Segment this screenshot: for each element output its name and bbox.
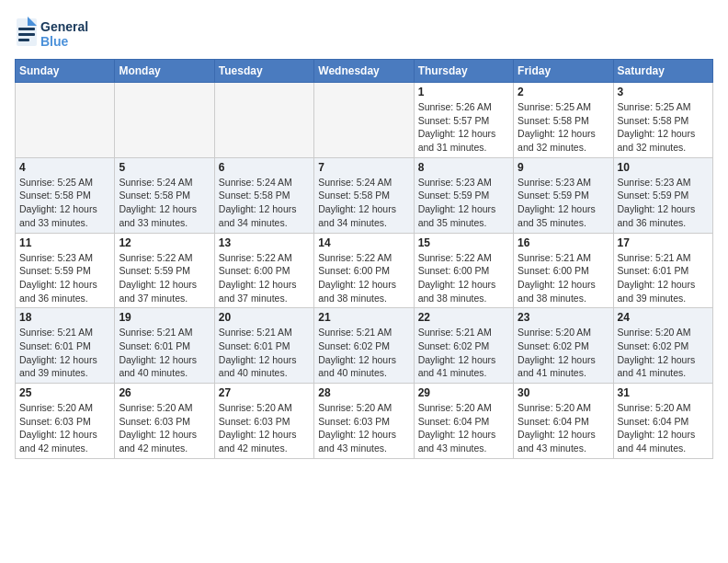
calendar-cell: 26Sunrise: 5:20 AMSunset: 6:03 PMDayligh… [115, 384, 214, 459]
day-number: 25 [19, 386, 110, 399]
weekday-header-tuesday: Tuesday [214, 60, 313, 83]
day-number: 21 [318, 311, 409, 324]
day-info: Sunrise: 5:21 AMSunset: 6:01 PMDaylight:… [618, 251, 709, 305]
day-info: Sunrise: 5:21 AMSunset: 6:02 PMDaylight:… [318, 326, 409, 380]
calendar-cell: 30Sunrise: 5:20 AMSunset: 6:04 PMDayligh… [514, 384, 613, 459]
calendar-cell: 28Sunrise: 5:20 AMSunset: 6:03 PMDayligh… [314, 384, 414, 459]
day-number: 6 [219, 161, 310, 174]
day-number: 23 [518, 311, 609, 324]
weekday-header-wednesday: Wednesday [314, 60, 414, 83]
calendar-cell: 5Sunrise: 5:24 AMSunset: 5:58 PMDaylight… [115, 157, 214, 233]
day-number: 14 [318, 236, 409, 249]
day-info: Sunrise: 5:24 AMSunset: 5:58 PMDaylight:… [318, 176, 409, 230]
calendar-cell: 22Sunrise: 5:21 AMSunset: 6:02 PMDayligh… [414, 308, 513, 384]
day-number: 19 [119, 311, 210, 324]
day-info: Sunrise: 5:20 AMSunset: 6:04 PMDaylight:… [618, 401, 709, 455]
day-info: Sunrise: 5:23 AMSunset: 5:59 PMDaylight:… [19, 251, 110, 305]
calendar-week-row: 25Sunrise: 5:20 AMSunset: 6:03 PMDayligh… [16, 384, 713, 459]
calendar-week-row: 4Sunrise: 5:25 AMSunset: 5:58 PMDaylight… [16, 157, 713, 233]
calendar-cell: 31Sunrise: 5:20 AMSunset: 6:04 PMDayligh… [613, 384, 712, 459]
day-info: Sunrise: 5:21 AMSunset: 6:01 PMDaylight:… [119, 326, 210, 380]
calendar-cell [214, 83, 313, 158]
day-number: 11 [19, 236, 110, 249]
day-info: Sunrise: 5:22 AMSunset: 6:00 PMDaylight:… [318, 251, 409, 305]
calendar-week-row: 1Sunrise: 5:26 AMSunset: 5:57 PMDaylight… [16, 83, 713, 158]
day-number: 8 [418, 161, 509, 174]
day-number: 16 [518, 236, 609, 249]
logo-svg: General Blue [15, 15, 107, 52]
day-info: Sunrise: 5:20 AMSunset: 6:03 PMDaylight:… [119, 401, 210, 455]
day-info: Sunrise: 5:26 AMSunset: 5:57 PMDaylight:… [418, 100, 509, 155]
calendar-cell: 12Sunrise: 5:22 AMSunset: 5:59 PMDayligh… [115, 233, 214, 308]
day-info: Sunrise: 5:20 AMSunset: 6:04 PMDaylight:… [418, 401, 509, 455]
day-number: 4 [19, 161, 110, 174]
calendar-cell: 3Sunrise: 5:25 AMSunset: 5:58 PMDaylight… [613, 83, 712, 158]
day-number: 9 [518, 161, 609, 174]
calendar-cell: 9Sunrise: 5:23 AMSunset: 5:59 PMDaylight… [514, 157, 613, 233]
day-info: Sunrise: 5:21 AMSunset: 6:00 PMDaylight:… [518, 251, 609, 305]
svg-text:Blue: Blue [40, 34, 69, 49]
calendar-cell: 21Sunrise: 5:21 AMSunset: 6:02 PMDayligh… [314, 308, 414, 384]
day-info: Sunrise: 5:20 AMSunset: 6:02 PMDaylight:… [518, 326, 609, 380]
calendar-cell: 15Sunrise: 5:22 AMSunset: 6:00 PMDayligh… [414, 233, 513, 308]
calendar-cell: 23Sunrise: 5:20 AMSunset: 6:02 PMDayligh… [514, 308, 613, 384]
day-info: Sunrise: 5:24 AMSunset: 5:58 PMDaylight:… [119, 176, 210, 230]
day-info: Sunrise: 5:22 AMSunset: 6:00 PMDaylight:… [418, 251, 509, 305]
logo: General Blue [15, 15, 107, 52]
day-number: 12 [119, 236, 210, 249]
calendar-cell: 4Sunrise: 5:25 AMSunset: 5:58 PMDaylight… [16, 157, 115, 233]
day-info: Sunrise: 5:23 AMSunset: 5:59 PMDaylight:… [418, 176, 509, 230]
calendar-cell: 13Sunrise: 5:22 AMSunset: 6:00 PMDayligh… [214, 233, 313, 308]
day-info: Sunrise: 5:22 AMSunset: 6:00 PMDaylight:… [219, 251, 310, 305]
day-number: 30 [518, 386, 609, 399]
day-number: 2 [518, 86, 609, 98]
calendar-cell: 2Sunrise: 5:25 AMSunset: 5:58 PMDaylight… [514, 83, 613, 158]
day-number: 29 [418, 386, 509, 399]
calendar-cell: 24Sunrise: 5:20 AMSunset: 6:02 PMDayligh… [613, 308, 712, 384]
calendar-week-row: 11Sunrise: 5:23 AMSunset: 5:59 PMDayligh… [16, 233, 713, 308]
day-number: 24 [618, 311, 709, 324]
day-number: 10 [618, 161, 709, 174]
calendar-cell: 6Sunrise: 5:24 AMSunset: 5:58 PMDaylight… [214, 157, 313, 233]
day-number: 20 [219, 311, 310, 324]
day-number: 3 [618, 86, 709, 98]
svg-text:General: General [40, 19, 88, 34]
day-number: 31 [618, 386, 709, 399]
calendar-cell: 7Sunrise: 5:24 AMSunset: 5:58 PMDaylight… [314, 157, 414, 233]
day-number: 7 [318, 161, 409, 174]
calendar-week-row: 18Sunrise: 5:21 AMSunset: 6:01 PMDayligh… [16, 308, 713, 384]
calendar-cell [314, 83, 414, 158]
day-info: Sunrise: 5:21 AMSunset: 6:01 PMDaylight:… [19, 326, 110, 380]
day-info: Sunrise: 5:23 AMSunset: 5:59 PMDaylight:… [618, 176, 709, 230]
calendar-cell: 11Sunrise: 5:23 AMSunset: 5:59 PMDayligh… [16, 233, 115, 308]
calendar-cell: 19Sunrise: 5:21 AMSunset: 6:01 PMDayligh… [115, 308, 214, 384]
calendar-cell: 29Sunrise: 5:20 AMSunset: 6:04 PMDayligh… [414, 384, 513, 459]
calendar-cell: 25Sunrise: 5:20 AMSunset: 6:03 PMDayligh… [16, 384, 115, 459]
day-info: Sunrise: 5:21 AMSunset: 6:01 PMDaylight:… [219, 326, 310, 380]
day-info: Sunrise: 5:25 AMSunset: 5:58 PMDaylight:… [19, 176, 110, 230]
weekday-header-sunday: Sunday [16, 60, 115, 83]
calendar-header-row: SundayMondayTuesdayWednesdayThursdayFrid… [16, 60, 713, 83]
day-info: Sunrise: 5:20 AMSunset: 6:02 PMDaylight:… [618, 326, 709, 380]
weekday-header-thursday: Thursday [414, 60, 513, 83]
day-number: 18 [19, 311, 110, 324]
calendar-cell: 20Sunrise: 5:21 AMSunset: 6:01 PMDayligh… [214, 308, 313, 384]
weekday-header-friday: Friday [514, 60, 613, 83]
svg-rect-4 [18, 28, 35, 30]
day-number: 1 [418, 86, 509, 98]
day-number: 5 [119, 161, 210, 174]
day-number: 28 [318, 386, 409, 399]
day-info: Sunrise: 5:20 AMSunset: 6:04 PMDaylight:… [518, 401, 609, 455]
calendar-cell: 8Sunrise: 5:23 AMSunset: 5:59 PMDaylight… [414, 157, 513, 233]
day-number: 17 [618, 236, 709, 249]
svg-rect-5 [18, 33, 35, 36]
calendar-cell: 1Sunrise: 5:26 AMSunset: 5:57 PMDaylight… [414, 83, 513, 158]
header: General Blue [15, 15, 713, 52]
weekday-header-monday: Monday [115, 60, 214, 83]
calendar-cell: 17Sunrise: 5:21 AMSunset: 6:01 PMDayligh… [613, 233, 712, 308]
weekday-header-saturday: Saturday [613, 60, 712, 83]
calendar-cell: 18Sunrise: 5:21 AMSunset: 6:01 PMDayligh… [16, 308, 115, 384]
day-info: Sunrise: 5:23 AMSunset: 5:59 PMDaylight:… [518, 176, 609, 230]
svg-rect-2 [17, 18, 37, 46]
day-info: Sunrise: 5:22 AMSunset: 5:59 PMDaylight:… [119, 251, 210, 305]
